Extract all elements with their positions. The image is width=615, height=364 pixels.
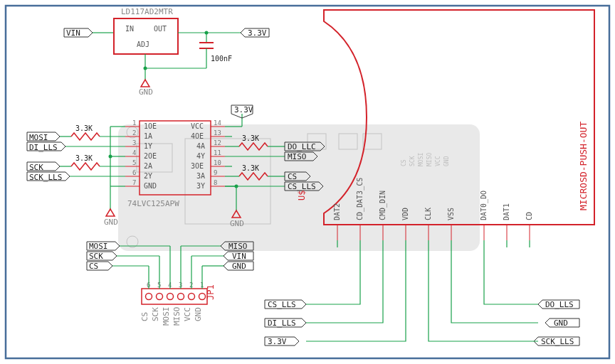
svg-text:MISO: MISO (228, 242, 248, 251)
svg-text:U$: U$ (297, 191, 307, 200)
net-do-lls-bottom: DO_LLS (538, 300, 579, 309)
svg-text:4: 4 (132, 149, 136, 156)
svg-text:MISO: MISO (426, 153, 433, 166)
svg-text:SCK: SCK (89, 252, 103, 261)
svg-text:3.3K: 3.3K (75, 124, 93, 132)
net-gnd-jp: GND (224, 262, 253, 271)
schematic-svg: VIN IN OUT ADJ LD117AD2MTR GND 100nF 3.3… (0, 0, 615, 364)
svg-text:SCK_LLS: SCK_LLS (29, 173, 62, 182)
svg-text:1OE: 1OE (144, 122, 157, 130)
part-cap-100n: 100nF (144, 33, 233, 70)
svg-text:3.3K: 3.3K (75, 154, 93, 162)
svg-text:3.3V: 3.3V (268, 337, 287, 346)
net-sck-lls-bottom: SCK_LLS (534, 337, 579, 346)
svg-text:SCK: SCK (151, 307, 160, 321)
svg-point-128 (199, 294, 206, 300)
svg-text:VSS: VSS (447, 208, 455, 220)
svg-text:13: 13 (214, 129, 221, 136)
svg-text:2Y: 2Y (144, 172, 152, 180)
svg-text:IN: IN (125, 25, 134, 33)
svg-text:CD_DAT3_CS: CD_DAT3_CS (356, 178, 364, 220)
svg-text:VIN: VIN (232, 252, 246, 261)
svg-point-114 (235, 185, 238, 188)
net-sck-in: SCK (27, 162, 60, 172)
svg-text:2A: 2A (144, 162, 152, 170)
svg-text:CLK: CLK (424, 208, 432, 220)
svg-text:MICROSD-PUSH-OUT: MICROSD-PUSH-OUT (578, 122, 589, 210)
svg-text:GND: GND (554, 318, 568, 328)
svg-text:ADJ: ADJ (137, 41, 149, 48)
svg-text:MOSI: MOSI (29, 133, 48, 142)
part-regulator (114, 18, 178, 54)
svg-text:4OE: 4OE (191, 132, 204, 140)
net-mosi-in: MOSI (27, 132, 60, 142)
svg-text:CS: CS (89, 262, 98, 271)
svg-point-15 (144, 67, 147, 70)
svg-point-123 (146, 294, 152, 300)
svg-text:VDD: VDD (401, 208, 409, 220)
svg-text:1Y: 1Y (144, 142, 152, 150)
net-sck-jp: SCK (87, 252, 117, 261)
svg-text:4A: 4A (196, 142, 205, 150)
svg-text:DAT2: DAT2 (333, 203, 341, 220)
svg-text:3.3V: 3.3V (234, 105, 253, 114)
svg-text:SCK_LLS: SCK_LLS (541, 337, 574, 346)
svg-text:3OE: 3OE (191, 162, 204, 170)
svg-text:JP1: JP1 (206, 284, 216, 300)
svg-text:CS_LLS: CS_LLS (288, 182, 316, 191)
svg-text:GND: GND (232, 262, 246, 271)
net-di-lls-bottom: DI_LLS (265, 318, 306, 328)
svg-text:3Y: 3Y (196, 182, 205, 190)
svg-text:3.3K: 3.3K (242, 164, 259, 172)
net-gnd-bottom: GND (545, 318, 579, 328)
svg-text:GND: GND (144, 182, 157, 190)
svg-text:CD: CD (525, 212, 533, 220)
svg-text:VCC: VCC (183, 307, 192, 321)
svg-text:CS: CS (288, 172, 297, 181)
svg-text:5: 5 (132, 159, 136, 166)
svg-point-125 (167, 294, 174, 300)
gnd-symbol-reg: GND (139, 80, 153, 97)
svg-text:DAT0_DO: DAT0_DO (480, 191, 488, 220)
svg-text:DO_LLS: DO_LLS (545, 300, 574, 309)
svg-text:VCC: VCC (435, 156, 441, 166)
svg-text:11: 11 (214, 149, 221, 156)
svg-text:SCK: SCK (29, 163, 43, 172)
svg-point-124 (157, 294, 163, 300)
svg-text:OUT: OUT (154, 25, 167, 33)
net-mosi-jp: MOSI (87, 242, 120, 251)
svg-text:DAT1: DAT1 (503, 203, 510, 220)
svg-text:DO_LLC: DO_LLC (288, 142, 316, 151)
svg-text:CS: CS (401, 159, 407, 166)
svg-text:3: 3 (132, 139, 136, 146)
svg-text:DI_LLS: DI_LLS (29, 143, 58, 152)
svg-text:MISO: MISO (288, 152, 307, 161)
svg-text:DI_LLS: DI_LLS (268, 318, 296, 328)
svg-text:MOSI: MOSI (418, 153, 424, 166)
net-cs-jp: CS (87, 262, 112, 271)
svg-text:12: 12 (214, 139, 221, 146)
svg-text:VIN: VIN (66, 28, 80, 38)
svg-text:VCC: VCC (191, 122, 204, 130)
svg-text:2: 2 (132, 129, 136, 136)
svg-text:CS: CS (140, 312, 149, 321)
svg-text:GND: GND (230, 219, 244, 228)
svg-text:GND: GND (443, 156, 450, 166)
regulator-partname: LD117AD2MTR (121, 7, 173, 16)
svg-text:MOSI: MOSI (162, 307, 171, 326)
svg-text:10: 10 (214, 159, 221, 166)
svg-text:CMD_DIN: CMD_DIN (379, 191, 387, 220)
net-sck-lls: SCK_LLS (27, 172, 70, 182)
net-vin-top: VIN (64, 28, 93, 38)
svg-text:SCK: SCK (409, 156, 416, 166)
schematic-canvas: VIN IN OUT ADJ LD117AD2MTR GND 100nF 3.3… (0, 0, 615, 364)
svg-text:4Y: 4Y (196, 152, 205, 160)
svg-text:8: 8 (214, 179, 217, 186)
svg-text:1: 1 (132, 119, 136, 127)
svg-text:GND: GND (139, 87, 153, 97)
svg-text:100nF: 100nF (211, 55, 232, 63)
net-3v3-top: 3.3V (241, 28, 269, 38)
svg-text:1A: 1A (144, 132, 152, 140)
svg-point-127 (189, 294, 195, 300)
net-di-lls: DI_LLS (27, 142, 65, 152)
